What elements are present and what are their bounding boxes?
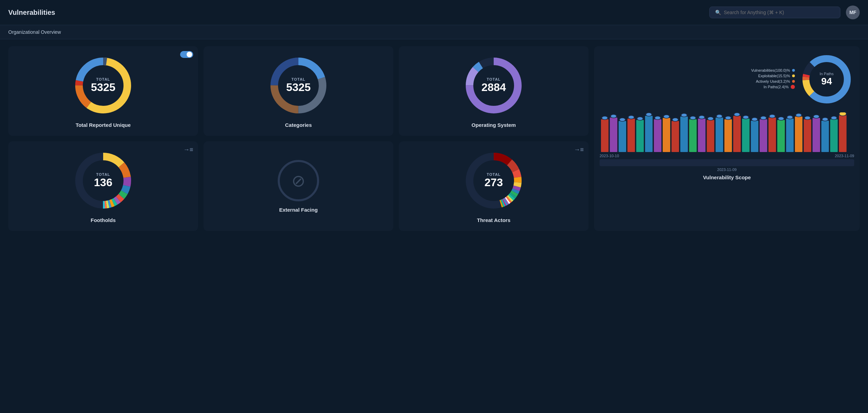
svg-rect-30 xyxy=(689,119,697,152)
svg-rect-23 xyxy=(628,119,635,152)
svg-point-58 xyxy=(690,116,696,120)
svg-rect-36 xyxy=(742,119,750,152)
legend-dot-exploit xyxy=(792,74,795,77)
svg-point-50 xyxy=(619,118,625,121)
svg-point-51 xyxy=(628,115,634,119)
toggle-knob xyxy=(187,52,192,57)
search-icon: 🔍 xyxy=(715,10,721,15)
scope-slider[interactable] xyxy=(600,159,854,166)
card-categories: TOTAL 5325 Categories xyxy=(204,46,393,136)
legend-label-vuln: Vulnerabilities(100.0)% xyxy=(751,68,790,72)
svg-rect-25 xyxy=(645,116,653,152)
svg-point-64 xyxy=(743,115,749,119)
svg-point-75 xyxy=(839,112,847,116)
svg-rect-37 xyxy=(751,121,758,152)
svg-rect-40 xyxy=(777,120,785,152)
svg-point-56 xyxy=(672,118,678,121)
card-total-reported: TOTAL 5325 Total Reported Unique xyxy=(8,46,198,136)
svg-point-60 xyxy=(707,117,713,120)
disabled-icon: ⊘ xyxy=(278,160,319,201)
toggle-button[interactable] xyxy=(180,51,193,58)
svg-point-49 xyxy=(610,114,617,118)
avatar[interactable]: MF xyxy=(846,6,860,19)
svg-point-74 xyxy=(831,116,837,120)
total-value: 5325 xyxy=(91,81,115,93)
legend-label-paths: In Paths(2.4)% xyxy=(763,85,789,89)
svg-rect-27 xyxy=(663,118,670,152)
svg-point-53 xyxy=(646,113,652,116)
section-title: Organizational Overview xyxy=(8,29,61,35)
svg-rect-38 xyxy=(760,119,767,152)
svg-point-52 xyxy=(637,117,643,120)
donut-center: TOTAL 5325 xyxy=(91,77,115,93)
svg-point-73 xyxy=(822,118,828,121)
threat-actors-donut: TOTAL 273 xyxy=(463,150,525,212)
footholds-donut: TOTAL 136 xyxy=(72,150,134,212)
svg-point-70 xyxy=(796,113,802,117)
os-total-value: 2884 xyxy=(481,81,506,93)
page-title: Vulnerabilities xyxy=(8,9,55,17)
card-threat-actors: →≡ xyxy=(399,141,589,231)
svg-point-63 xyxy=(734,113,740,116)
legend-label-active: Actively Used(3.2)% xyxy=(756,79,790,83)
svg-rect-21 xyxy=(610,118,618,152)
search-input[interactable] xyxy=(724,10,835,15)
os-donut: TOTAL 2884 xyxy=(463,54,525,117)
svg-point-57 xyxy=(681,113,687,117)
scope-bar-chart xyxy=(601,112,853,154)
svg-point-66 xyxy=(760,116,767,120)
svg-rect-39 xyxy=(768,118,776,152)
svg-rect-47 xyxy=(839,115,847,152)
legend-exploitable: Exploitable(15.5)% xyxy=(758,74,795,78)
header: Vulnerabilities 🔍 MF xyxy=(0,0,868,25)
card-title-categories: Categories xyxy=(285,122,312,128)
svg-point-55 xyxy=(663,115,670,118)
in-paths-label: In Paths xyxy=(820,72,834,76)
footholds-total-value: 136 xyxy=(94,177,112,189)
legend-vulnerabilities: Vulnerabilities(100.0)% xyxy=(751,68,795,72)
svg-point-62 xyxy=(725,116,731,120)
svg-rect-41 xyxy=(786,119,794,152)
in-paths-value: 94 xyxy=(821,76,832,87)
svg-point-61 xyxy=(716,114,722,118)
svg-rect-26 xyxy=(654,119,661,152)
donut-center-threats: TOTAL 273 xyxy=(484,172,503,189)
donut-center-os: TOTAL 2884 xyxy=(481,77,506,93)
legend-actively-used: Actively Used(3.2)% xyxy=(756,79,795,83)
svg-rect-45 xyxy=(821,121,829,152)
threats-total-value: 273 xyxy=(484,177,503,189)
card-title-threats: Threat Actors xyxy=(477,217,511,223)
cat-total-value: 5325 xyxy=(286,81,310,93)
svg-point-68 xyxy=(778,117,784,120)
dashboard-grid: TOTAL 5325 Total Reported Unique TOTAL 5… xyxy=(0,39,868,238)
detail-button-footholds[interactable]: →≡ xyxy=(183,146,193,153)
legend-in-paths: In Paths(2.4)% xyxy=(763,85,795,89)
svg-point-72 xyxy=(813,115,819,118)
svg-rect-43 xyxy=(804,119,811,152)
scope-donut-wrap: In Paths 94 xyxy=(799,52,854,107)
header-right: 🔍 MF xyxy=(709,6,860,19)
svg-point-67 xyxy=(769,114,775,118)
svg-rect-20 xyxy=(601,119,609,152)
donut-center-cat: TOTAL 5325 xyxy=(286,77,310,93)
detail-button-threats[interactable]: →≡ xyxy=(574,146,584,153)
scope-donut-center: In Paths 94 xyxy=(820,72,834,87)
scope-center-date: 2023-11-09 xyxy=(600,168,854,172)
svg-point-65 xyxy=(751,118,758,121)
svg-rect-33 xyxy=(716,118,723,152)
card-vulnerability-scope: Vulnerabilities(100.0)% Exploitable(15.5… xyxy=(594,46,860,231)
scope-dates: 2023-10-10 2023-11-09 xyxy=(600,154,854,158)
card-title-os: Operating System xyxy=(472,122,516,128)
svg-rect-32 xyxy=(707,120,714,152)
scope-top: Vulnerabilities(100.0)% Exploitable(15.5… xyxy=(600,52,854,107)
scope-date-start: 2023-10-10 xyxy=(600,154,619,158)
search-bar[interactable]: 🔍 xyxy=(709,7,840,18)
svg-point-71 xyxy=(804,116,810,120)
svg-rect-35 xyxy=(733,116,741,152)
svg-rect-28 xyxy=(671,121,679,152)
legend-dot-paths xyxy=(791,85,795,89)
card-title-footholds: Footholds xyxy=(91,217,116,223)
svg-rect-24 xyxy=(636,120,644,152)
section-header: Organizational Overview xyxy=(0,25,868,39)
total-reported-donut: TOTAL 5325 xyxy=(72,54,134,117)
